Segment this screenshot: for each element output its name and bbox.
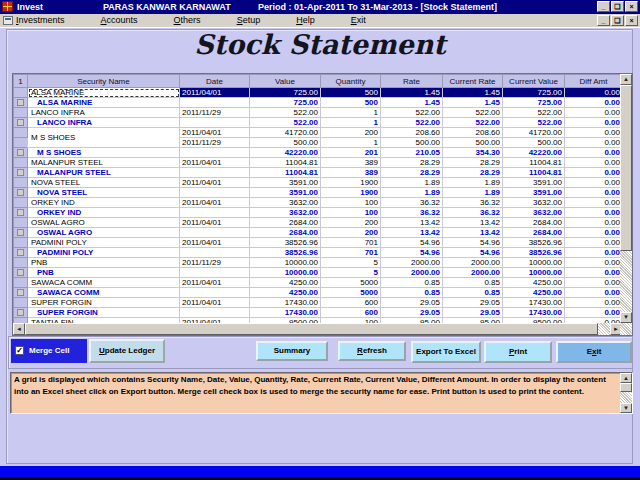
cell-date[interactable]	[180, 228, 250, 238]
cell-cvalue[interactable]: 725.00	[503, 98, 565, 108]
grid-horizontal-scrollbar[interactable]: ◄ ►	[13, 323, 622, 335]
cell-cvalue[interactable]: 2684.00	[503, 228, 565, 238]
cell-security-name[interactable]: M S SHOES	[28, 148, 180, 158]
cell-rate[interactable]: 13.42	[381, 228, 443, 238]
help-scrollbar[interactable]: ▲ ▼	[620, 373, 632, 413]
grid-row[interactable]: M S SHOES42220.00201210.05354.3042220.00…	[14, 148, 623, 158]
cell-qty[interactable]: 5	[321, 258, 381, 268]
cell-date[interactable]: 2011/04/01	[180, 88, 250, 98]
cell-diff[interactable]: 0.00	[565, 178, 623, 188]
cell-rate[interactable]: 36.32	[381, 198, 443, 208]
cell-rate[interactable]: 1.45	[381, 98, 443, 108]
cell-cvalue[interactable]: 11004.81	[503, 168, 565, 178]
cell-qty[interactable]: 600	[321, 308, 381, 318]
merge-cell-checkbox[interactable]: ✓	[15, 346, 24, 355]
cell-diff[interactable]: 0.00	[565, 258, 623, 268]
cell-date[interactable]	[180, 248, 250, 258]
cell-crate[interactable]: 13.42	[443, 218, 503, 228]
cell-diff[interactable]: 0.00	[565, 248, 623, 258]
cell-date[interactable]: 2011/11/29	[180, 108, 250, 118]
cell-value[interactable]: 17430.00	[250, 298, 321, 308]
cell-date[interactable]	[180, 148, 250, 158]
cell-crate[interactable]: 2000.00	[443, 268, 503, 278]
grid-row[interactable]: OSWAL AGRO2684.0020013.4213.422684.000.0…	[14, 228, 623, 238]
cell-diff[interactable]: 0.00	[565, 88, 623, 98]
cell-qty[interactable]: 100	[321, 198, 381, 208]
cell-value[interactable]: 4250.00	[250, 288, 321, 298]
menu-item-help[interactable]: Help	[296, 14, 315, 27]
scroll-left-icon[interactable]: ◄	[13, 323, 25, 335]
cell-crate[interactable]: 29.05	[443, 308, 503, 318]
cell-diff[interactable]: 0.00	[565, 238, 623, 248]
grid-row[interactable]: SUPER FORGIN17430.0060029.0529.0517430.0…	[14, 308, 623, 318]
cell-date[interactable]	[180, 98, 250, 108]
cell-rate[interactable]: 2000.00	[381, 268, 443, 278]
cell-crate[interactable]: 1.45	[443, 98, 503, 108]
cell-rate[interactable]: 29.05	[381, 308, 443, 318]
cell-security-name[interactable]: MALANPUR STEEL	[28, 168, 180, 178]
cell-qty[interactable]: 1	[321, 118, 381, 128]
cell-value[interactable]: 3591.00	[250, 178, 321, 188]
cell-cvalue[interactable]: 17430.00	[503, 308, 565, 318]
cell-diff[interactable]: 0.00	[565, 218, 623, 228]
cell-crate[interactable]: 1.45	[443, 88, 503, 98]
cell-crate[interactable]: 28.29	[443, 158, 503, 168]
cell-value[interactable]: 3632.00	[250, 198, 321, 208]
vscroll-track[interactable]	[620, 85, 632, 312]
help-scroll-up-icon[interactable]: ▲	[620, 373, 632, 383]
cell-date[interactable]	[180, 308, 250, 318]
cell-crate[interactable]: 28.29	[443, 168, 503, 178]
cell-date[interactable]: 2011/11/29	[180, 138, 250, 148]
mdi-restore-icon[interactable]: ❏	[611, 15, 624, 26]
cell-date[interactable]: 2011/04/01	[180, 218, 250, 228]
cell-crate[interactable]: 208.60	[443, 128, 503, 138]
group-marker-icon[interactable]	[17, 169, 24, 176]
cell-crate[interactable]: 522.00	[443, 108, 503, 118]
vscroll-thumb[interactable]	[620, 85, 632, 251]
cell-qty[interactable]: 200	[321, 228, 381, 238]
cell-crate[interactable]: 2000.00	[443, 258, 503, 268]
cell-crate[interactable]: 13.42	[443, 228, 503, 238]
cell-value[interactable]: 11004.81	[250, 158, 321, 168]
cell-security-name[interactable]: SUPER FORGIN	[28, 308, 180, 318]
cell-value[interactable]: 725.00	[250, 98, 321, 108]
grid-row[interactable]: ORKEY IND3632.0010036.3236.323632.000.00	[14, 208, 623, 218]
cell-diff[interactable]: 0.00	[565, 298, 623, 308]
cell-value[interactable]: 42220.00	[250, 148, 321, 158]
cell-diff[interactable]: 0.00	[565, 118, 623, 128]
cell-rate[interactable]: 28.29	[381, 168, 443, 178]
cell-qty[interactable]: 389	[321, 168, 381, 178]
cell-qty[interactable]: 200	[321, 128, 381, 138]
cell-rate[interactable]: 522.00	[381, 118, 443, 128]
cell-security-name[interactable]: PNB	[28, 258, 180, 268]
exit-button[interactable]: Exit	[556, 341, 632, 363]
scroll-up-icon[interactable]: ▲	[620, 74, 632, 85]
cell-qty[interactable]: 701	[321, 238, 381, 248]
cell-date[interactable]: 2011/04/01	[180, 198, 250, 208]
cell-diff[interactable]: 0.00	[565, 308, 623, 318]
cell-diff[interactable]: 0.00	[565, 198, 623, 208]
cell-qty[interactable]: 5000	[321, 288, 381, 298]
cell-cvalue[interactable]: 42220.00	[503, 148, 565, 158]
cell-crate[interactable]: 1.89	[443, 188, 503, 198]
cell-diff[interactable]: 0.00	[565, 108, 623, 118]
cell-value[interactable]: 725.00	[250, 88, 321, 98]
cell-cvalue[interactable]: 3632.00	[503, 208, 565, 218]
grid-row[interactable]: LANCO INFRA522.001522.00522.00522.000.00	[14, 118, 623, 128]
cell-cvalue[interactable]: 17430.00	[503, 298, 565, 308]
cell-security-name[interactable]: SUPER FORGIN	[28, 298, 180, 308]
cell-rate[interactable]: 1.89	[381, 178, 443, 188]
cell-security-name[interactable]: NOVA STEEL	[28, 188, 180, 198]
cell-qty[interactable]: 600	[321, 298, 381, 308]
grid-row[interactable]: PADMINI POLY38526.9670154.9654.9638526.9…	[14, 248, 623, 258]
cell-rate[interactable]: 54.96	[381, 238, 443, 248]
cell-rate[interactable]: 0.85	[381, 278, 443, 288]
hscroll-thumb[interactable]	[25, 323, 598, 335]
cell-rate[interactable]: 210.05	[381, 148, 443, 158]
cell-qty[interactable]: 701	[321, 248, 381, 258]
cell-security-name[interactable]: NOVA STEEL	[28, 178, 180, 188]
help-scroll-track[interactable]	[620, 383, 632, 403]
group-marker-icon[interactable]	[17, 149, 24, 156]
cell-rate[interactable]: 28.29	[381, 158, 443, 168]
cell-cvalue[interactable]: 11004.81	[503, 158, 565, 168]
